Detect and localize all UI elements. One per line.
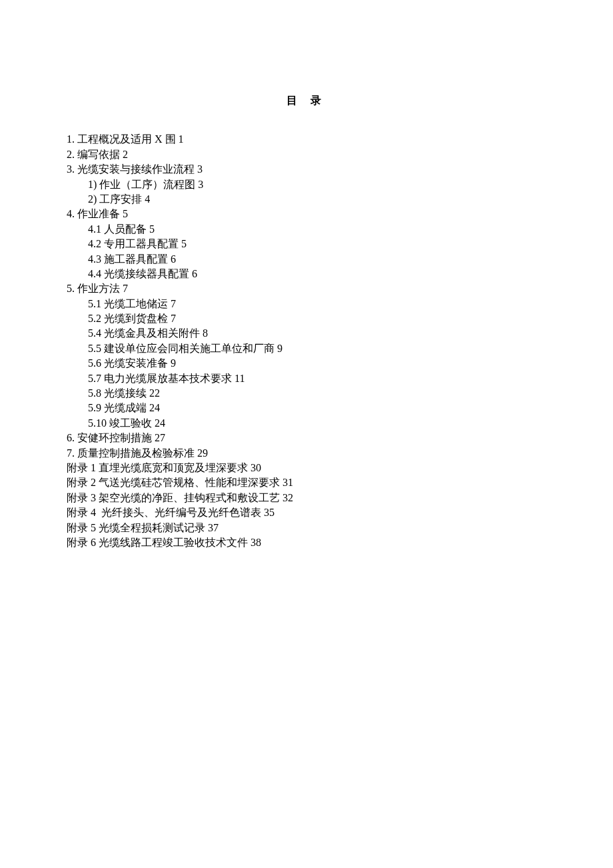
toc-entry: 5.1 光缆工地储运 7: [67, 297, 546, 311]
toc-entry: 4.3 施工器具配置 6: [67, 252, 546, 267]
toc-entry: 附录 3 架空光缆的净距、挂钩程式和敷设工艺 32: [67, 491, 546, 505]
toc-entry: 5.10 竣工验收 24: [67, 416, 546, 431]
toc-entry: 5.4 光缆金具及相关附件 8: [67, 326, 546, 341]
toc-title: 目 录: [67, 93, 546, 108]
toc-entry: 4.4 光缆接续器具配置 6: [67, 267, 546, 281]
toc-entry: 4.2 专用工器具配置 5: [67, 237, 546, 251]
toc-entry: 5.5 建设单位应会同相关施工单位和厂商 9: [67, 341, 546, 356]
toc-entry: 5.9 光缆成端 24: [67, 401, 546, 415]
toc-list: 1. 工程概况及适用 X 围 12. 编写依据 23. 光缆安装与接续作业流程 …: [67, 132, 546, 550]
toc-entry: 附录 2 气送光缆硅芯管规格、性能和埋深要求 31: [67, 475, 546, 490]
toc-entry: 5. 作业方法 7: [67, 281, 546, 296]
toc-entry: 附录 1 直埋光缆底宽和顶宽及埋深要求 30: [67, 461, 546, 475]
toc-entry: 5.7 电力光缆展放基本技术要求 11: [67, 371, 546, 386]
toc-entry: 5.2 光缆到货盘检 7: [67, 311, 546, 326]
toc-entry: 附录 6 光缆线路工程竣工验收技术文件 38: [67, 535, 546, 550]
toc-entry: 1. 工程概况及适用 X 围 1: [67, 132, 546, 147]
toc-entry: 4.1 人员配备 5: [67, 222, 546, 237]
toc-entry: 附录 4 光纤接头、光纤编号及光纤色谱表 35: [67, 505, 546, 520]
toc-entry: 附录 5 光缆全程损耗测试记录 37: [67, 521, 546, 535]
toc-entry: 2. 编写依据 2: [67, 147, 546, 162]
toc-entry: 5.8 光缆接续 22: [67, 386, 546, 401]
toc-entry: 3. 光缆安装与接续作业流程 3: [67, 162, 546, 177]
document-page: 目 录 1. 工程概况及适用 X 围 12. 编写依据 23. 光缆安装与接续作…: [0, 0, 613, 590]
toc-entry: 6. 安健环控制措施 27: [67, 431, 546, 445]
toc-entry: 4. 作业准备 5: [67, 207, 546, 221]
toc-entry: 1) 作业（工序）流程图 3: [67, 177, 546, 192]
toc-entry: 7. 质量控制措施及检验标准 29: [67, 446, 546, 461]
toc-entry: 5.6 光缆安装准备 9: [67, 356, 546, 371]
toc-entry: 2) 工序安排 4: [67, 192, 546, 207]
